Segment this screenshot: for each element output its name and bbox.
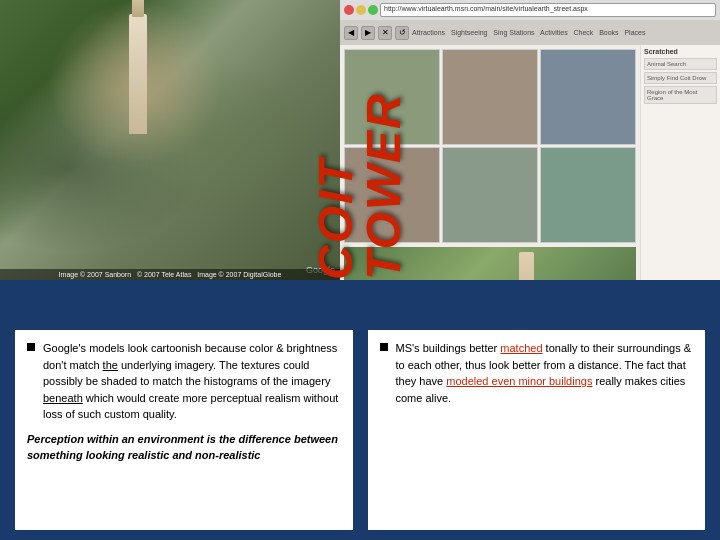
left-bullet-point: Google's models look cartoonish because …	[27, 340, 341, 423]
matched-word: matched	[500, 342, 542, 354]
sidebar-item-3[interactable]: Region of the Most Grace	[644, 86, 717, 104]
thumb-5[interactable]	[442, 147, 538, 243]
sidebar-title: Scratched	[644, 48, 717, 55]
thumb-3[interactable]	[540, 49, 636, 145]
left-aerial-image: Google Image © 2007 Sanborn © 2007 Tele …	[0, 0, 340, 280]
the-underline: the	[103, 359, 118, 371]
thumb-2[interactable]	[442, 49, 538, 145]
italic-paragraph: Perception within an environment is the …	[27, 431, 341, 464]
tower-graphic	[129, 14, 147, 134]
bottom-section: Google's models look cartoonish because …	[0, 320, 720, 540]
bullet-icon	[27, 343, 35, 351]
nav-menu: Attractions Sightseeing Sing Stations Ac…	[412, 29, 645, 36]
beneath-underline: beneath	[43, 392, 83, 404]
right-bullet-point: MS's buildings better matched tonally to…	[380, 340, 694, 406]
aerial-view: Google Image © 2007 Sanborn © 2007 Tele …	[0, 0, 340, 280]
right-text-content: MS's buildings better matched tonally to…	[396, 340, 694, 406]
left-text-content: Google's models look cartoonish because …	[43, 340, 341, 423]
right-text-main: MS's buildings better matched tonally to…	[396, 342, 692, 404]
sidebar-item-1[interactable]: Animal Search	[644, 58, 717, 70]
image-caption: Image © 2007 Sanborn © 2007 Tele Atlas I…	[0, 269, 340, 280]
url-bar[interactable]: http://www.virtualearth.msn.com/main/sit…	[380, 3, 716, 17]
left-text-panel: Google's models look cartoonish because …	[15, 330, 353, 530]
top-section: Google Image © 2007 Sanborn © 2007 Tele …	[0, 0, 720, 320]
right-text-panel: MS's buildings better matched tonally to…	[368, 330, 706, 530]
thumb-6[interactable]	[540, 147, 636, 243]
main-container: Google Image © 2007 Sanborn © 2007 Tele …	[0, 0, 720, 540]
right-bullet-icon	[380, 343, 388, 351]
coit-tower-text: COIT TOWER	[312, 0, 408, 280]
sidebar-item-2[interactable]: Simply Find Coit Drow	[644, 72, 717, 84]
coit-tower-title: COIT TOWER	[340, 0, 380, 280]
browser-sidebar: Scratched Animal Search Simply Find Coit…	[640, 45, 720, 280]
left-text-main: Google's models look cartoonish because …	[43, 342, 338, 420]
modeled-word: modeled even minor buildings	[446, 375, 592, 387]
